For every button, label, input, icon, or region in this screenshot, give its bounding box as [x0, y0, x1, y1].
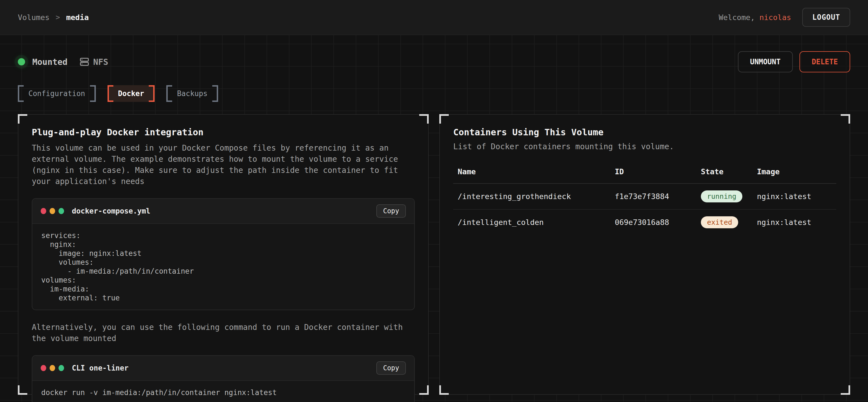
welcome-prefix: Welcome, [719, 13, 760, 22]
volume-status: Mounted NFS [18, 57, 108, 67]
status-row: Mounted NFS UNMOUNT DELETE [18, 35, 850, 72]
window-dot-amber-icon [50, 208, 55, 214]
panel-corner-decoration [419, 385, 429, 395]
breadcrumb: Volumes > media [18, 13, 89, 22]
panel-corner-decoration [439, 114, 449, 124]
column-header-name: Name [458, 167, 615, 176]
window-dots [41, 365, 64, 371]
panels-row: Plug-and-play Docker integration This vo… [18, 114, 850, 395]
docker-integration-panel: Plug-and-play Docker integration This vo… [18, 114, 429, 395]
mounted-status-label: Mounted [32, 57, 67, 67]
compose-filename: docker-compose.yml [72, 207, 150, 215]
window-dot-red-icon [41, 365, 46, 371]
containers-table-header: Name ID State Image [453, 164, 836, 184]
containers-panel-title: Containers Using This Volume [453, 127, 836, 137]
compose-code-header: docker-compose.yml Copy [32, 199, 414, 224]
state-badge: running [701, 191, 742, 202]
docker-panel-description: This volume can be used in your Docker C… [32, 142, 409, 187]
containers-panel: Containers Using This Volume List of Doc… [439, 114, 850, 395]
tab-backups[interactable]: Backups [166, 85, 218, 102]
tab-configuration[interactable]: Configuration [18, 85, 96, 102]
panel-corner-decoration [18, 385, 27, 395]
server-stack-icon [80, 57, 89, 67]
mounted-status-dot [18, 58, 25, 65]
cli-code-header: CLI one-liner Copy [32, 356, 414, 381]
window-dot-green-icon [59, 365, 64, 371]
containers-table-body: /interesting_grothendieckf1e73e7f3884run… [453, 184, 836, 235]
username: nicolas [760, 13, 791, 22]
volume-actions: UNMOUNT DELETE [738, 51, 850, 72]
column-header-image: Image [757, 167, 832, 176]
logout-button[interactable]: LOGOUT [802, 8, 850, 27]
compose-code-block: docker-compose.yml Copy services: nginx:… [32, 198, 415, 310]
container-id: f1e73e7f3884 [615, 192, 701, 201]
column-header-state: State [701, 167, 757, 176]
docker-panel-title: Plug-and-play Docker integration [32, 127, 415, 137]
container-name: /interesting_grothendieck [458, 192, 615, 201]
state-badge: exited [701, 216, 738, 228]
panel-corner-decoration [18, 114, 27, 124]
breadcrumb-volumes-link[interactable]: Volumes [18, 13, 50, 22]
top-bar: Volumes > media Welcome, nicolas LOGOUT [0, 0, 868, 35]
cli-copy-button[interactable]: Copy [376, 361, 406, 375]
tab-bar: Configuration Docker Backups [18, 85, 850, 102]
containers-table: Name ID State Image /interesting_grothen… [453, 164, 836, 235]
container-name: /intelligent_colden [458, 218, 615, 227]
cli-code-content: docker run -v im-media:/path/in/containe… [32, 381, 414, 402]
tab-docker[interactable]: Docker [107, 85, 155, 102]
window-dot-amber-icon [50, 365, 55, 371]
window-dot-green-icon [59, 208, 64, 214]
container-id: 069e73016a88 [615, 218, 701, 227]
panel-corner-decoration [841, 385, 850, 395]
cli-alternative-text: Alternatively, you can use the following… [32, 322, 409, 344]
panel-corner-decoration [841, 114, 850, 124]
column-header-id: ID [615, 167, 701, 176]
driver-label: NFS [93, 57, 108, 67]
container-image: nginx:latest [757, 218, 832, 227]
delete-button[interactable]: DELETE [800, 51, 850, 72]
window-dots [41, 208, 64, 214]
container-row: /interesting_grothendieckf1e73e7f3884run… [453, 184, 836, 210]
cli-filename: CLI one-liner [72, 364, 129, 372]
welcome-message: Welcome, nicolas [719, 13, 791, 22]
cli-code-block: CLI one-liner Copy docker run -v im-medi… [32, 355, 415, 402]
container-state-cell: running [701, 191, 757, 202]
panel-corner-decoration [439, 385, 449, 395]
breadcrumb-current-volume: media [66, 13, 89, 22]
window-dot-red-icon [41, 208, 46, 214]
panel-corner-decoration [419, 114, 429, 124]
breadcrumb-separator-icon: > [56, 13, 60, 22]
container-image: nginx:latest [757, 192, 832, 201]
containers-panel-subtitle: List of Docker containers mounting this … [453, 142, 836, 151]
container-state-cell: exited [701, 216, 757, 228]
compose-code-content: services: nginx: image: nginx:latest vol… [32, 224, 414, 309]
driver-badge: NFS [80, 57, 108, 67]
main-content: Mounted NFS UNMOUNT DELETE Configuration [0, 35, 868, 401]
unmount-button[interactable]: UNMOUNT [738, 51, 793, 72]
top-bar-right: Welcome, nicolas LOGOUT [719, 8, 850, 27]
compose-copy-button[interactable]: Copy [376, 204, 406, 218]
container-row: /intelligent_colden069e73016a88exitedngi… [453, 210, 836, 235]
